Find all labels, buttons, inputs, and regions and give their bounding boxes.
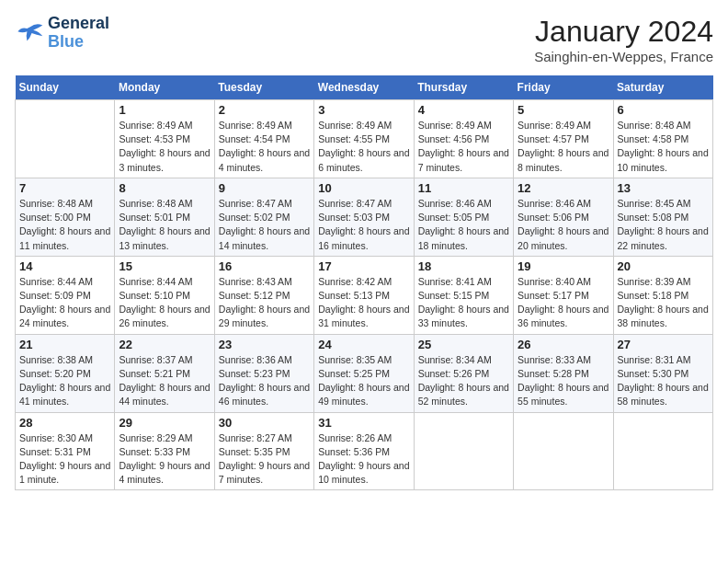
table-cell: 13 Sunrise: 8:45 AMSunset: 5:08 PMDaylig… [613,178,712,256]
day-number: 20 [618,259,709,273]
table-cell: 27 Sunrise: 8:31 AMSunset: 5:30 PMDaylig… [613,334,712,412]
table-cell: 3 Sunrise: 8:49 AMSunset: 4:55 PMDayligh… [314,100,414,178]
table-cell: 14 Sunrise: 8:44 AMSunset: 5:09 PMDaylig… [16,256,115,334]
cell-info: Sunrise: 8:46 AMSunset: 5:06 PMDaylight:… [518,197,609,253]
cell-info: Sunrise: 8:33 AMSunset: 5:28 PMDaylight:… [518,353,609,409]
header-friday: Friday [514,75,613,100]
table-cell: 12 Sunrise: 8:46 AMSunset: 5:06 PMDaylig… [514,178,613,256]
cell-info: Sunrise: 8:37 AMSunset: 5:21 PMDaylight:… [119,353,210,409]
location: Sainghin-en-Weppes, France [534,49,713,64]
month-title: January 2024 [534,15,713,49]
day-number: 7 [19,181,110,195]
day-number: 23 [219,338,310,351]
day-number: 12 [518,181,609,195]
cell-info: Sunrise: 8:35 AMSunset: 5:25 PMDaylight:… [318,353,409,409]
table-cell: 21 Sunrise: 8:38 AMSunset: 5:20 PMDaylig… [16,334,115,412]
cell-info: Sunrise: 8:29 AMSunset: 5:33 PMDaylight:… [119,431,210,488]
day-number: 4 [418,103,509,117]
table-cell: 18 Sunrise: 8:41 AMSunset: 5:15 PMDaylig… [414,256,513,334]
day-number: 28 [19,416,110,430]
day-number: 31 [318,416,409,430]
logo-text: General Blue [48,15,109,52]
cell-info: Sunrise: 8:49 AMSunset: 4:56 PMDaylight:… [418,119,509,175]
cell-info: Sunrise: 8:49 AMSunset: 4:54 PMDaylight:… [219,119,310,175]
table-cell: 28 Sunrise: 8:30 AMSunset: 5:31 PMDaylig… [16,412,115,490]
cell-info: Sunrise: 8:46 AMSunset: 5:05 PMDaylight:… [418,197,509,253]
table-cell: 30 Sunrise: 8:27 AMSunset: 5:35 PMDaylig… [214,412,313,490]
cell-info: Sunrise: 8:34 AMSunset: 5:26 PMDaylight:… [418,353,509,409]
day-number: 21 [19,338,110,351]
day-number: 2 [219,103,310,117]
table-cell: 19 Sunrise: 8:40 AMSunset: 5:17 PMDaylig… [514,256,613,334]
table-cell: 15 Sunrise: 8:44 AMSunset: 5:10 PMDaylig… [115,256,214,334]
cell-info: Sunrise: 8:47 AMSunset: 5:02 PMDaylight:… [219,197,310,253]
cell-info: Sunrise: 8:42 AMSunset: 5:13 PMDaylight:… [318,275,409,331]
day-number: 22 [119,338,210,351]
day-number: 14 [19,259,110,273]
table-cell: 9 Sunrise: 8:47 AMSunset: 5:02 PMDayligh… [214,178,313,256]
logo-icon [15,20,44,46]
cell-info: Sunrise: 8:43 AMSunset: 5:12 PMDaylight:… [219,275,310,331]
cell-info: Sunrise: 8:30 AMSunset: 5:31 PMDaylight:… [19,431,110,488]
cell-info: Sunrise: 8:38 AMSunset: 5:20 PMDaylight:… [19,353,110,409]
header-thursday: Thursday [414,75,513,100]
day-number: 11 [418,181,509,195]
cell-info: Sunrise: 8:45 AMSunset: 5:08 PMDaylight:… [618,197,709,253]
day-number: 16 [219,259,310,273]
day-number: 17 [318,259,409,273]
cell-info: Sunrise: 8:36 AMSunset: 5:23 PMDaylight:… [219,353,310,409]
week-row-3: 21 Sunrise: 8:38 AMSunset: 5:20 PMDaylig… [16,334,713,412]
cell-info: Sunrise: 8:44 AMSunset: 5:10 PMDaylight:… [119,275,210,331]
table-cell: 7 Sunrise: 8:48 AMSunset: 5:00 PMDayligh… [16,178,115,256]
day-number: 29 [119,416,210,430]
header-saturday: Saturday [613,75,712,100]
page-header: General Blue January 2024 Sainghin-en-We… [15,15,713,64]
day-number: 8 [119,181,210,195]
table-cell: 6 Sunrise: 8:48 AMSunset: 4:58 PMDayligh… [613,100,712,178]
cell-info: Sunrise: 8:27 AMSunset: 5:35 PMDaylight:… [219,431,310,488]
day-number: 19 [518,259,609,273]
day-number: 10 [318,181,409,195]
day-number: 3 [318,103,409,117]
cell-info: Sunrise: 8:41 AMSunset: 5:15 PMDaylight:… [418,275,509,331]
table-cell [613,412,712,490]
table-cell [514,412,613,490]
table-cell [414,412,513,490]
table-cell: 22 Sunrise: 8:37 AMSunset: 5:21 PMDaylig… [115,334,214,412]
table-cell: 23 Sunrise: 8:36 AMSunset: 5:23 PMDaylig… [214,334,313,412]
cell-info: Sunrise: 8:48 AMSunset: 5:00 PMDaylight:… [19,197,110,253]
cell-info: Sunrise: 8:31 AMSunset: 5:30 PMDaylight:… [618,353,709,409]
cell-info: Sunrise: 8:49 AMSunset: 4:53 PMDaylight:… [119,119,210,175]
day-number: 9 [219,181,310,195]
table-cell [16,100,115,178]
table-cell: 1 Sunrise: 8:49 AMSunset: 4:53 PMDayligh… [115,100,214,178]
week-row-4: 28 Sunrise: 8:30 AMSunset: 5:31 PMDaylig… [16,412,713,490]
day-number: 15 [119,259,210,273]
cell-info: Sunrise: 8:47 AMSunset: 5:03 PMDaylight:… [318,197,409,253]
calendar-header-row: Sunday Monday Tuesday Wednesday Thursday… [16,75,713,100]
header-sunday: Sunday [16,75,115,100]
table-cell: 4 Sunrise: 8:49 AMSunset: 4:56 PMDayligh… [414,100,513,178]
table-cell: 8 Sunrise: 8:48 AMSunset: 5:01 PMDayligh… [115,178,214,256]
table-cell: 20 Sunrise: 8:39 AMSunset: 5:18 PMDaylig… [613,256,712,334]
table-cell: 24 Sunrise: 8:35 AMSunset: 5:25 PMDaylig… [314,334,414,412]
table-cell: 16 Sunrise: 8:43 AMSunset: 5:12 PMDaylig… [214,256,313,334]
cell-info: Sunrise: 8:39 AMSunset: 5:18 PMDaylight:… [618,275,709,331]
table-cell: 5 Sunrise: 8:49 AMSunset: 4:57 PMDayligh… [514,100,613,178]
week-row-0: 1 Sunrise: 8:49 AMSunset: 4:53 PMDayligh… [16,100,713,178]
week-row-2: 14 Sunrise: 8:44 AMSunset: 5:09 PMDaylig… [16,256,713,334]
table-cell: 31 Sunrise: 8:26 AMSunset: 5:36 PMDaylig… [314,412,414,490]
day-number: 1 [119,103,210,117]
table-cell: 25 Sunrise: 8:34 AMSunset: 5:26 PMDaylig… [414,334,513,412]
day-number: 18 [418,259,509,273]
cell-info: Sunrise: 8:49 AMSunset: 4:57 PMDaylight:… [518,119,609,175]
cell-info: Sunrise: 8:26 AMSunset: 5:36 PMDaylight:… [318,431,409,488]
table-cell: 26 Sunrise: 8:33 AMSunset: 5:28 PMDaylig… [514,334,613,412]
day-number: 6 [618,103,709,117]
cell-info: Sunrise: 8:48 AMSunset: 4:58 PMDaylight:… [618,119,709,175]
week-row-1: 7 Sunrise: 8:48 AMSunset: 5:00 PMDayligh… [16,178,713,256]
cell-info: Sunrise: 8:44 AMSunset: 5:09 PMDaylight:… [19,275,110,331]
calendar-table: Sunday Monday Tuesday Wednesday Thursday… [15,75,713,490]
day-number: 5 [518,103,609,117]
day-number: 24 [318,338,409,351]
